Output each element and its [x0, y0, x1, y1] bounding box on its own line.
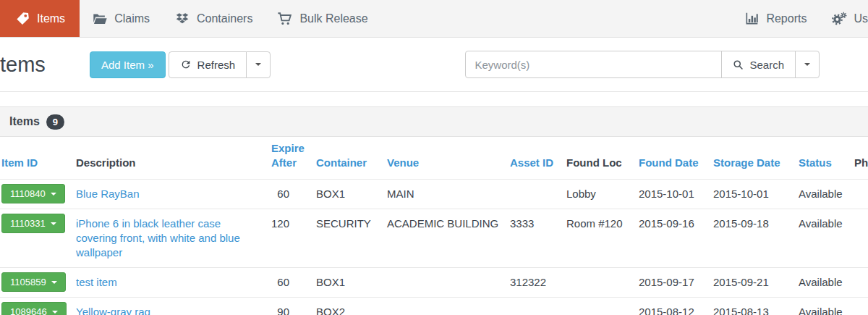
cell-asset-id: 312322 — [509, 268, 565, 298]
cell-found-date: 2015-10-01 — [637, 180, 712, 209]
nav-item-label: Claims — [114, 12, 150, 25]
cell-found-loc: Room #120 — [565, 209, 637, 268]
column-header-found-date[interactable]: Found Date — [637, 137, 712, 180]
item-id-label: 1110331 — [10, 218, 46, 229]
nav-item-claims[interactable]: Claims — [80, 0, 162, 37]
nav-item-reports[interactable]: Reports — [731, 0, 819, 37]
cell-item-id: 1110840 — [0, 180, 75, 209]
cell-asset-id: 3333 — [509, 209, 565, 268]
refresh-icon — [180, 59, 192, 70]
cell-item-id: 1089646 — [0, 298, 75, 315]
cart-icon — [277, 11, 293, 27]
cell-container: BOX2 — [315, 298, 386, 315]
column-header-container[interactable]: Container — [315, 137, 386, 180]
chevron-down-icon — [51, 281, 57, 284]
item-description-link[interactable]: Blue RayBan — [76, 188, 140, 200]
table-row: 1110840Blue RayBan60BOX1MAINLobby2015-10… — [0, 180, 868, 209]
cell-description: iPhone 6 in black leather case covering … — [75, 209, 270, 268]
chevron-down-icon — [51, 193, 56, 196]
items-table: Item IDDescriptionExpire AfterContainerV… — [0, 137, 868, 315]
cell-photo — [853, 298, 868, 315]
cell-venue — [386, 268, 509, 298]
cell-container: SECURITY — [315, 209, 386, 268]
nav-right-group: ReportsUs — [731, 0, 868, 37]
cell-description: test item — [75, 268, 270, 298]
cell-venue — [386, 298, 509, 315]
nav-item-us[interactable]: Us — [819, 0, 868, 37]
item-id-label: 1105859 — [10, 277, 46, 287]
search-button-label: Search — [749, 59, 784, 71]
cell-found-date: 2015-09-17 — [637, 268, 712, 298]
column-header-description: Description — [75, 137, 270, 180]
item-id-button[interactable]: 1105859 — [1, 272, 66, 292]
table-row: 1105859test item60BOX13123222015-09-1720… — [0, 268, 868, 298]
cell-photo — [853, 268, 868, 298]
cell-storage-date: 2015-10-01 — [712, 180, 797, 209]
search-button[interactable]: Search — [721, 51, 796, 78]
nav-item-label: Reports — [766, 12, 807, 25]
tag-icon — [14, 11, 30, 27]
column-header-item-id[interactable]: Item ID — [0, 137, 75, 180]
cell-found-date: 2015-08-12 — [637, 298, 712, 315]
column-header-venue[interactable]: Venue — [386, 137, 509, 180]
items-section-header: Items 9 — [0, 106, 868, 137]
cell-expire-after: 90 — [270, 298, 315, 315]
cell-photo — [853, 209, 868, 268]
column-header-status[interactable]: Status — [797, 137, 853, 180]
cell-storage-date: 2015-09-18 — [712, 209, 797, 268]
cell-status: Available — [797, 268, 853, 298]
column-header-found-loc: Found Loc — [565, 137, 637, 180]
item-id-label: 1089646 — [10, 306, 47, 315]
search-group: Search — [465, 51, 820, 78]
search-icon — [733, 59, 744, 70]
cell-description: Yellow-gray rag — [75, 298, 270, 315]
item-id-button[interactable]: 1110840 — [1, 184, 65, 203]
search-input[interactable] — [465, 51, 722, 78]
items-count-badge: 9 — [46, 114, 64, 130]
cell-found-loc — [565, 268, 637, 298]
bar-chart-icon — [744, 11, 760, 27]
item-description-link[interactable]: Yellow-gray rag — [76, 306, 150, 315]
item-id-button[interactable]: 1089646 — [1, 302, 67, 315]
add-item-button[interactable]: Add Item » — [90, 51, 166, 78]
chevron-down-icon — [52, 311, 58, 314]
search-dropdown-button[interactable] — [795, 51, 820, 78]
cell-storage-date: 2015-09-21 — [712, 268, 797, 298]
refresh-button[interactable]: Refresh — [169, 51, 247, 78]
cell-expire-after: 120 — [270, 209, 315, 268]
cell-found-loc — [565, 298, 637, 315]
cell-found-date: 2015-09-16 — [637, 209, 712, 268]
gears-icon — [831, 11, 847, 27]
column-header-storage-date[interactable]: Storage Date — [712, 137, 797, 180]
item-description-link[interactable]: test item — [76, 276, 117, 288]
cell-venue: MAIN — [386, 180, 509, 209]
nav-item-label: Items — [37, 12, 65, 25]
refresh-dropdown-button[interactable] — [246, 51, 271, 78]
cell-storage-date: 2015-08-13 — [712, 298, 797, 315]
column-header-expire-after[interactable]: Expire After — [270, 137, 315, 180]
folder-open-icon — [92, 11, 108, 27]
column-header-asset-id[interactable]: Asset ID — [509, 137, 565, 180]
nav-item-containers[interactable]: Containers — [162, 0, 265, 37]
nav-item-label: Bulk Release — [299, 12, 367, 25]
nav-item-label: Us — [854, 12, 868, 25]
top-nav: ItemsClaimsContainersBulk Release Report… — [0, 0, 868, 38]
column-header-ph: Ph — [853, 137, 868, 180]
cell-item-id: 1105859 — [0, 268, 75, 298]
cell-asset-id — [509, 298, 565, 315]
cell-container: BOX1 — [315, 180, 386, 209]
cell-expire-after: 60 — [270, 268, 315, 298]
cell-status: Available — [797, 180, 853, 209]
item-id-label: 1110840 — [10, 188, 46, 199]
cell-asset-id — [509, 180, 565, 209]
nav-item-label: Containers — [197, 12, 252, 25]
nav-item-items[interactable]: Items — [0, 0, 80, 37]
cell-found-loc: Lobby — [565, 180, 637, 209]
item-description-link[interactable]: iPhone 6 in black leather case covering … — [76, 217, 240, 259]
chevron-down-icon — [255, 63, 261, 66]
cell-description: Blue RayBan — [75, 180, 270, 209]
item-id-button[interactable]: 1110331 — [1, 214, 65, 233]
page-title: tems — [0, 53, 90, 77]
table-header-row: Item IDDescriptionExpire AfterContainerV… — [0, 137, 868, 180]
nav-item-bulk-release[interactable]: Bulk Release — [265, 0, 380, 37]
